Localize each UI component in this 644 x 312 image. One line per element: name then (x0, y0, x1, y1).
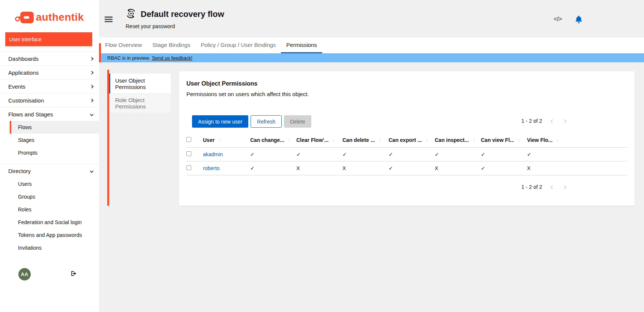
tab-stage-bindings[interactable]: Stage Bindings (147, 38, 195, 53)
sort-icon[interactable]: ↕ (332, 138, 335, 143)
column-label: View Flo... (527, 137, 552, 143)
sort-icon[interactable]: ↕ (473, 138, 475, 143)
sort-icon[interactable]: ↕ (288, 138, 290, 143)
sidebar-item-dashboards[interactable]: Dashboards (0, 51, 99, 65)
logout-icon[interactable] (70, 270, 77, 279)
sidebar-item-users[interactable]: Users (10, 178, 99, 190)
refresh-button[interactable]: Refresh (251, 115, 282, 128)
pagination-label: 1 - 2 of 2 (521, 184, 542, 190)
sort-icon[interactable]: ↕ (218, 138, 221, 143)
accent-stripe (99, 43, 101, 62)
sidebar-item-label: Federation and Social login (18, 219, 82, 225)
sidebar-item-groups[interactable]: Groups (10, 190, 99, 203)
feedback-link[interactable]: Send us feedback! (152, 55, 192, 61)
permission-cell: X (342, 161, 389, 175)
tab-bar: Flow OverviewStage BindingsPolicy / Grou… (99, 38, 644, 53)
row-select-cell (186, 147, 203, 161)
sidebar-group: FlowsStagesPrompts (0, 121, 99, 164)
sidebar-user-row: AA (0, 265, 99, 283)
brand-name: authentik (36, 11, 84, 23)
chevron-right-icon (90, 71, 94, 74)
sort-icon[interactable]: ↕ (518, 138, 520, 143)
hamburger-icon[interactable] (105, 17, 113, 24)
sidebar-item-label: Groups (18, 194, 35, 200)
column-filler (573, 133, 627, 147)
permission-cell: ✓ (296, 147, 342, 161)
sidebar-item-label: Flows (18, 124, 32, 130)
row-checkbox[interactable] (186, 151, 191, 156)
select-all-cell (186, 133, 203, 147)
code-icon[interactable]: </> (554, 15, 562, 23)
sidebar-item-roles[interactable]: Roles (10, 203, 99, 216)
sidebar-item-flows-and-stages[interactable]: Flows and Stages (0, 107, 99, 121)
permission-cell: ✓ (389, 161, 435, 175)
sidebar-item-invitations[interactable]: Invitations (10, 241, 99, 254)
column-header-user[interactable]: User↕ (203, 133, 250, 147)
chevron-right-icon (90, 84, 94, 88)
app-window: authentik User interface DashboardsAppli… (0, 0, 644, 312)
assign-to-new-user-button[interactable]: Assign to new user (192, 115, 248, 128)
avatar[interactable]: AA (18, 268, 31, 280)
tab-policy-group-user-bindings[interactable]: Policy / Group / User Bindings (195, 38, 281, 53)
column-header-can-inspect[interactable]: Can inspect...↕ (435, 133, 481, 147)
column-label: Can view Fl... (481, 137, 514, 143)
column-header-can-delete[interactable]: Can delete ...↕ (342, 133, 389, 147)
column-header-clear-flow[interactable]: Clear Flow'...↕ (296, 133, 342, 147)
sidebar-item-flows[interactable]: Flows (10, 121, 99, 134)
permission-mark: X (435, 165, 438, 171)
sidebar-item-directory[interactable]: Directory (0, 164, 99, 178)
tab-flow-overview[interactable]: Flow Overview (100, 38, 147, 53)
row-checkbox[interactable] (186, 165, 191, 170)
banner-text: RBAC is in preview. (107, 55, 150, 61)
column-header-can-export[interactable]: Can export ...↕ (389, 133, 435, 147)
select-all-checkbox[interactable] (186, 137, 191, 142)
sidebar-item-events[interactable]: Events (0, 79, 99, 93)
delete-button[interactable]: Delete (284, 115, 311, 128)
sort-icon[interactable]: ↕ (426, 138, 428, 143)
sidebar-item-label: Prompts (18, 150, 38, 156)
sidebar-item-customisation[interactable]: Customisation (0, 93, 99, 107)
column-header-can-view-fl[interactable]: Can view Fl...↕ (481, 133, 527, 147)
user-cell: roberto (203, 161, 250, 175)
permission-mark: X (527, 165, 530, 171)
user-link[interactable]: roberto (203, 165, 219, 171)
sidebar-group: UsersGroupsRolesFederation and Social lo… (0, 178, 99, 259)
table-row: akadmin✓✓✓✓✓✓✓ (186, 147, 627, 161)
sidebar-item-stages[interactable]: Stages (10, 134, 99, 146)
sidebar-item-label: Invitations (18, 245, 42, 251)
subtab-user-object-permissions[interactable]: User Object Permissions (109, 74, 171, 93)
pagination-prev-button[interactable] (551, 118, 554, 124)
sidebar-item-federation-and-social-login[interactable]: Federation and Social login (10, 216, 99, 229)
permission-cell: ✓ (389, 147, 435, 161)
tab-label: Stage Bindings (152, 42, 190, 48)
permission-mark: ✓ (527, 151, 531, 157)
sidebar-item-label: Dashboards (8, 56, 39, 62)
user-cell: akadmin (203, 147, 250, 161)
pagination-next-button[interactable] (563, 184, 566, 190)
column-header-view-flo[interactable]: View Flo...↕ (527, 133, 573, 147)
user-interface-button[interactable]: User interface (5, 32, 92, 46)
permission-mark: ✓ (250, 165, 255, 171)
pagination-top: 1 - 2 of 2 (521, 118, 566, 124)
sidebar-item-prompts[interactable]: Prompts (10, 146, 99, 159)
sort-icon[interactable]: ↕ (378, 138, 381, 143)
column-header-can-change[interactable]: Can change...↕ (250, 133, 296, 147)
page-subtitle: Reset your password (126, 23, 175, 29)
column-label: Can change... (250, 137, 284, 143)
pagination-next-button[interactable] (563, 118, 566, 124)
sidebar-item-tokens-and-app-passwords[interactable]: Tokens and App passwords (10, 229, 99, 241)
tab-label: Permissions (286, 42, 317, 48)
user-link[interactable]: akadmin (203, 151, 223, 157)
permission-mark: ✓ (250, 151, 255, 157)
sidebar-item-applications[interactable]: Applications (0, 65, 99, 79)
permission-mark: ✓ (296, 151, 301, 157)
subtab-role-object-permissions[interactable]: Role Object Permissions (109, 93, 171, 113)
bell-icon[interactable] (575, 15, 583, 25)
tab-permissions[interactable]: Permissions (281, 38, 322, 53)
permissions-panel: User Object Permissions Permissions set … (179, 71, 635, 206)
pagination-prev-button[interactable] (551, 184, 554, 190)
permission-cell: ✓ (481, 147, 527, 161)
chevron-right-icon (563, 185, 567, 189)
permission-mark: ✓ (481, 165, 485, 171)
sort-icon[interactable]: ↕ (556, 138, 558, 143)
